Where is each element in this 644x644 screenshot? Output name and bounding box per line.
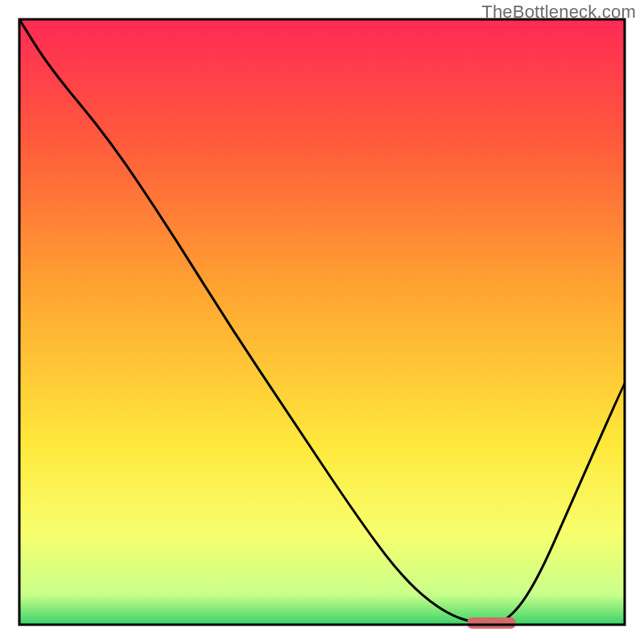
chart-container: { "watermark": "TheBottleneck.com", "cha… xyxy=(0,0,644,644)
bottleneck-chart xyxy=(0,0,644,644)
optimal-marker xyxy=(467,617,515,629)
plot-background xyxy=(19,19,625,625)
